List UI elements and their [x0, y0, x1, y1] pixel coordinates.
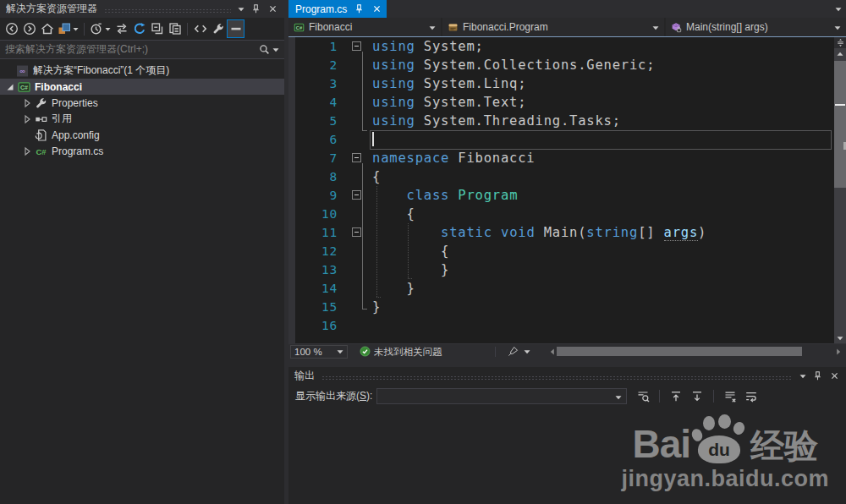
scroll-left-button[interactable] [549, 348, 556, 355]
code-lines[interactable]: 1using System;2using System.Collections.… [288, 37, 834, 335]
chevron-down-icon[interactable] [524, 348, 530, 355]
tree-item-program-cs[interactable]: C#Program.cs [0, 143, 284, 159]
nav-forward-icon [23, 22, 36, 36]
output-titlebar[interactable]: 输出 [288, 367, 846, 385]
solution-search-input[interactable]: 搜索解决方案资源管理器(Ctrl+;) [0, 40, 284, 59]
code-line-14[interactable]: 14 } [288, 279, 834, 298]
zoom-selector[interactable]: 100 % [290, 345, 348, 359]
document-well-caret-icon[interactable] [835, 6, 842, 13]
fold-toggle[interactable] [352, 41, 361, 51]
code-line-11[interactable]: 11 static void Main(string[] args) [288, 223, 834, 242]
baidu-paw-icon: du [692, 414, 746, 463]
collapse-all-button[interactable] [148, 19, 166, 38]
tab-pin-icon[interactable] [354, 3, 365, 14]
show-all-files-button[interactable] [166, 19, 184, 38]
search-icon[interactable] [259, 44, 270, 55]
code-line-12[interactable]: 12 { [288, 242, 834, 260]
code-text: } [372, 298, 381, 316]
code-line-1[interactable]: 1using System; [288, 37, 834, 56]
solution-explorer-titlebar[interactable]: 解决方案资源管理器 [0, 0, 284, 18]
health-check-icon[interactable] [360, 346, 371, 357]
solution-explorer-panel: 解决方案资源管理器 搜索解决方案资源管理器(Ctrl+;) ∞解决方案“Fibo… [0, 0, 284, 504]
tab-program-cs[interactable]: Program.cs [288, 0, 387, 18]
clear-all-button[interactable] [722, 388, 739, 405]
split-editor-handle[interactable] [834, 37, 846, 48]
expander-collapsed-icon[interactable] [20, 112, 34, 126]
line-number: 9 [288, 186, 343, 205]
code-line-15[interactable]: 15} [288, 298, 834, 316]
navbar-member-combo[interactable]: Main(string[] args) [666, 18, 846, 36]
fold-toggle[interactable] [352, 153, 361, 162]
chevron-down-icon [834, 25, 841, 31]
wrench-icon [34, 96, 48, 110]
code-line-6[interactable]: 6 [288, 130, 834, 149]
code-line-5[interactable]: 5using System.Threading.Tasks; [288, 112, 834, 130]
output-source-label: 显示输出来源(S): [295, 389, 372, 403]
code-line-2[interactable]: 2using System.Collections.Generic; [288, 56, 834, 74]
tab-close-icon[interactable] [371, 3, 382, 14]
pin-icon[interactable] [250, 3, 261, 14]
watermark-url: jingyan.baidu.com [621, 466, 829, 492]
splitter-icon [835, 37, 846, 48]
prev-message-icon [669, 390, 683, 403]
scroll-up-button[interactable] [834, 48, 846, 59]
navbar-type-combo[interactable]: Fibonacci.Program [442, 18, 664, 36]
tree-item-properties[interactable]: Properties [0, 95, 284, 111]
separator [495, 347, 496, 357]
navbar-type-value: Fibonacci.Program [463, 21, 548, 33]
close-icon[interactable] [829, 370, 840, 381]
vertical-scrollbar-thumb[interactable] [834, 61, 846, 188]
expander-collapsed-icon[interactable] [20, 145, 34, 158]
back-button[interactable] [3, 19, 20, 38]
window-menu-caret-icon[interactable] [799, 373, 806, 380]
window-menu-caret-icon[interactable] [238, 6, 244, 13]
code-text: { [372, 242, 449, 260]
fold-toggle[interactable] [352, 190, 361, 200]
chevron-down-icon [105, 26, 111, 32]
sync-with-active-document-button[interactable] [113, 19, 130, 38]
code-line-16[interactable]: 16 [288, 316, 834, 335]
pending-changes-filter-button[interactable] [88, 19, 113, 38]
code-line-4[interactable]: 4using System.Text; [288, 93, 834, 112]
next-message-button[interactable] [689, 388, 706, 405]
find-message-button[interactable] [634, 388, 651, 405]
search-options-caret-icon[interactable] [272, 47, 279, 53]
properties-button[interactable] [209, 19, 227, 38]
code-editor[interactable]: 1using System;2using System.Collections.… [288, 37, 846, 343]
horizontal-scrollbar-thumb[interactable] [557, 347, 802, 356]
output-source-combo[interactable] [376, 388, 627, 404]
code-line-9[interactable]: 9 class Program [288, 186, 834, 205]
tree-item-solution[interactable]: ∞解决方案“Fibonacci”(1 个项目) [0, 63, 284, 79]
fold-toggle[interactable] [352, 227, 361, 237]
expander-collapsed-icon[interactable] [20, 96, 34, 110]
code-line-13[interactable]: 13 } [288, 260, 834, 279]
document-tabbar: Program.cs [288, 0, 846, 18]
vertical-scrollbar[interactable] [834, 37, 846, 343]
watermark-jingyan-text: 经验 [750, 428, 818, 463]
tree-item-app-config[interactable]: App.config [0, 127, 284, 143]
code-line-3[interactable]: 3using System.Linq; [288, 74, 834, 93]
navbar-project-combo[interactable]: C# Fibonacci [288, 18, 441, 36]
code-line-8[interactable]: 8{ [288, 167, 834, 186]
code-line-10[interactable]: 10 { [288, 205, 834, 223]
switch-views-button[interactable] [56, 19, 80, 38]
line-number: 2 [288, 56, 343, 74]
expander-expanded-icon[interactable] [3, 80, 17, 94]
previous-message-button[interactable] [667, 388, 684, 405]
home-button[interactable] [38, 19, 56, 38]
forward-button[interactable] [20, 19, 38, 38]
view-code-button[interactable] [191, 19, 209, 38]
code-line-7[interactable]: 7namespace Fibonacci [288, 149, 834, 167]
refresh-button[interactable] [130, 19, 148, 38]
code-cleanup-brush-icon[interactable] [508, 346, 519, 357]
scroll-right-button[interactable] [835, 348, 842, 355]
pin-icon[interactable] [812, 370, 823, 381]
toggle-word-wrap-button[interactable] [743, 388, 760, 405]
tree-item-references[interactable]: 引用 [0, 111, 284, 127]
scroll-down-button[interactable] [834, 332, 846, 343]
tree-item-project-fibonacci[interactable]: C#Fibonacci [0, 79, 284, 95]
line-number: 3 [288, 74, 343, 93]
caret-position-marker [835, 104, 845, 106]
close-icon[interactable] [267, 3, 278, 14]
preview-selected-items-button[interactable] [227, 19, 244, 38]
